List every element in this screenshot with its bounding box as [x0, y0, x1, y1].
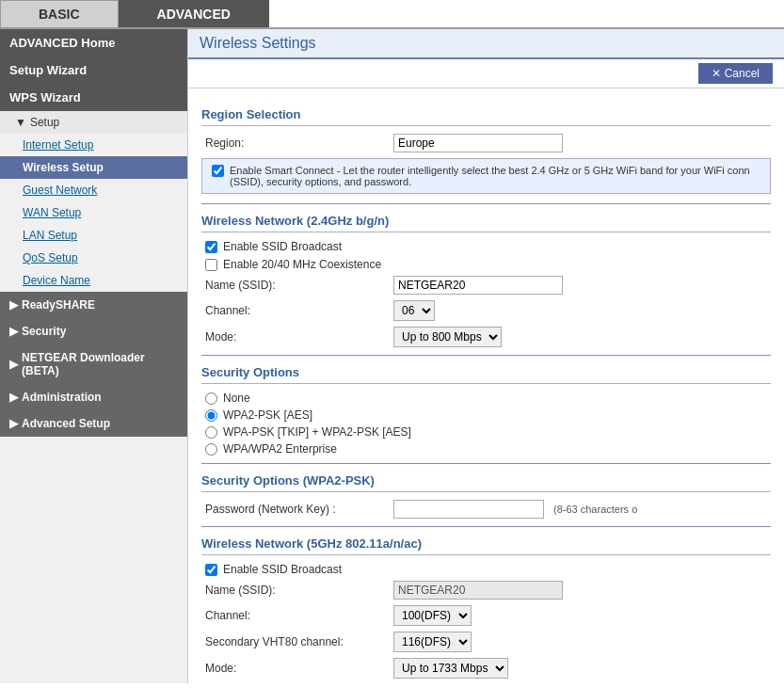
enable-ssid-24-checkbox[interactable]	[205, 241, 217, 253]
security-wpa2-label: WPA2-PSK [AES]	[223, 408, 312, 422]
ssid-5g-label: Name (SSID):	[205, 584, 393, 597]
sidebar: ADVANCED Home Setup Wizard WPS Wizard ▼ …	[0, 29, 188, 683]
channel-24-row: Channel: 0102030405 060708091011	[201, 300, 771, 321]
sidebar-item-readyshare[interactable]: ▶ ReadySHARE	[0, 292, 187, 318]
smart-connect-container: Enable Smart Connect - Let the router in…	[201, 158, 771, 194]
password-hint: (8-63 characters o	[553, 504, 637, 515]
security-none-radio[interactable]	[205, 392, 217, 405]
mode-24-row: Mode: Up to 54 Mbps Up to 300 Mbps Up to…	[201, 327, 771, 347]
wireless-24-title: Wireless Network (2.4GHz b/g/n)	[201, 214, 771, 232]
sidebar-item-internet-setup[interactable]: Internet Setup	[0, 134, 187, 156]
ssid-5g-row: Name (SSID):	[201, 581, 771, 600]
chevron-right-icon: ▶	[9, 391, 18, 404]
channel-5g-label: Channel:	[205, 609, 393, 622]
ssid-24-row: Name (SSID):	[201, 276, 771, 295]
sidebar-item-setup-wizard[interactable]: Setup Wizard	[0, 56, 187, 84]
security-enterprise-radio[interactable]	[205, 443, 217, 456]
enable-ssid-24-label: Enable SSID Broadcast	[223, 240, 342, 253]
enable-ssid-5g-checkbox[interactable]	[205, 564, 217, 576]
mode-5g-row: Mode: Up to 54 Mbps Up to 300 Mbps Up to…	[201, 658, 771, 679]
tab-advanced[interactable]: ADVANCED	[119, 0, 269, 27]
sidebar-item-device-name[interactable]: Device Name	[0, 269, 187, 292]
tab-bar: BASIC ADVANCED	[0, 0, 784, 29]
secondary-vht80-select[interactable]: None 116(DFS) 132(DFS) 149	[393, 632, 472, 652]
security-wpa-row: WPA-PSK [TKIP] + WPA2-PSK [AES]	[201, 425, 771, 439]
mode-5g-select[interactable]: Up to 54 Mbps Up to 300 Mbps Up to 867 M…	[393, 658, 508, 679]
channel-24-label: Channel:	[205, 304, 393, 317]
cancel-bar: ✕ Cancel	[188, 59, 784, 88]
secondary-vht80-row: Secondary VHT80 channel: None 116(DFS) 1…	[201, 632, 771, 652]
chevron-right-icon: ▶	[9, 358, 18, 371]
smart-connect-checkbox[interactable]	[212, 165, 224, 177]
security-options-title: Security Options	[201, 365, 771, 384]
sidebar-item-advanced-setup[interactable]: ▶ Advanced Setup	[0, 410, 187, 437]
tab-basic[interactable]: BASIC	[0, 0, 119, 27]
sidebar-group-setup[interactable]: ▼ Setup	[0, 111, 187, 134]
security-wpa2-row: WPA2-PSK [AES]	[201, 408, 771, 422]
content-header: Wireless Settings	[188, 29, 784, 59]
sidebar-item-netgear-downloader[interactable]: ▶ NETGEAR Downloader (BETA)	[0, 344, 187, 384]
mode-5g-label: Mode:	[205, 662, 393, 675]
security-enterprise-row: WPA/WPA2 Enterprise	[201, 442, 771, 456]
security-enterprise-label: WPA/WPA2 Enterprise	[223, 442, 337, 456]
security-none-row: None	[201, 392, 771, 405]
security-none-label: None	[223, 392, 250, 405]
sidebar-item-guest-network[interactable]: Guest Network	[0, 179, 187, 201]
cancel-button[interactable]: ✕ Cancel	[698, 63, 773, 84]
channel-5g-row: Channel: Auto36404448 100(DFS)104(DFS)10…	[201, 605, 771, 626]
mode-24-label: Mode:	[205, 330, 393, 344]
region-section-title: Region Selection	[201, 107, 771, 126]
password-row: Password (Network Key) : (8-63 character…	[201, 500, 771, 519]
enable-2040-checkbox[interactable]	[205, 259, 217, 271]
password-label: Password (Network Key) :	[205, 503, 393, 516]
sidebar-item-wps-wizard[interactable]: WPS Wizard	[0, 84, 187, 111]
ssid-24-input[interactable]	[393, 276, 563, 295]
ssid-24-label: Name (SSID):	[205, 279, 393, 292]
x-icon: ✕	[712, 67, 721, 80]
sidebar-item-administration[interactable]: ▶ Administration	[0, 384, 187, 410]
sidebar-item-wan-setup[interactable]: WAN Setup	[0, 201, 187, 224]
sidebar-item-qos-setup[interactable]: QoS Setup	[0, 247, 187, 269]
password-input[interactable]	[393, 500, 544, 519]
chevron-right-icon: ▶	[9, 417, 18, 430]
chevron-down-icon: ▼	[15, 116, 26, 129]
sidebar-item-lan-setup[interactable]: LAN Setup	[0, 224, 187, 247]
region-input[interactable]	[393, 134, 563, 152]
enable-ssid-5g-label: Enable SSID Broadcast	[223, 563, 342, 576]
chevron-right-icon: ▶	[9, 298, 18, 312]
wireless-5g-title: Wireless Network (5GHz 802.11a/n/ac)	[201, 536, 771, 555]
ssid-5g-input[interactable]	[393, 581, 563, 600]
content-body: Region Selection Region: Enable Smart Co…	[188, 88, 784, 683]
region-label: Region:	[205, 136, 393, 150]
enable-ssid-24-row: Enable SSID Broadcast	[201, 240, 771, 253]
smart-connect-label: Enable Smart Connect - Let the router in…	[230, 165, 760, 187]
security-wpa2-radio[interactable]	[205, 409, 217, 422]
sidebar-item-security[interactable]: ▶ Security	[0, 318, 187, 344]
security-wpa-radio[interactable]	[205, 426, 217, 439]
channel-24-select[interactable]: 0102030405 060708091011	[393, 300, 435, 321]
enable-2040-row: Enable 20/40 MHz Coexistence	[201, 258, 771, 271]
enable-2040-label: Enable 20/40 MHz Coexistence	[223, 258, 381, 271]
mode-24-select[interactable]: Up to 54 Mbps Up to 300 Mbps Up to 800 M…	[393, 327, 502, 347]
sidebar-item-advanced-home[interactable]: ADVANCED Home	[0, 29, 187, 56]
chevron-right-icon: ▶	[9, 325, 18, 338]
region-row: Region:	[201, 134, 771, 152]
enable-ssid-5g-row: Enable SSID Broadcast	[201, 563, 771, 576]
secondary-vht80-label: Secondary VHT80 channel:	[205, 635, 393, 648]
page-title: Wireless Settings	[200, 35, 316, 52]
security-wpa2-psk-title: Security Options (WPA2-PSK)	[201, 473, 771, 492]
sidebar-item-wireless-setup[interactable]: Wireless Setup	[0, 156, 187, 179]
security-wpa-label: WPA-PSK [TKIP] + WPA2-PSK [AES]	[223, 425, 411, 439]
channel-5g-select[interactable]: Auto36404448 100(DFS)104(DFS)108(DFS)	[393, 605, 472, 626]
region-value-container	[393, 134, 563, 152]
content-area: Wireless Settings ✕ Cancel Region Select…	[188, 29, 784, 683]
